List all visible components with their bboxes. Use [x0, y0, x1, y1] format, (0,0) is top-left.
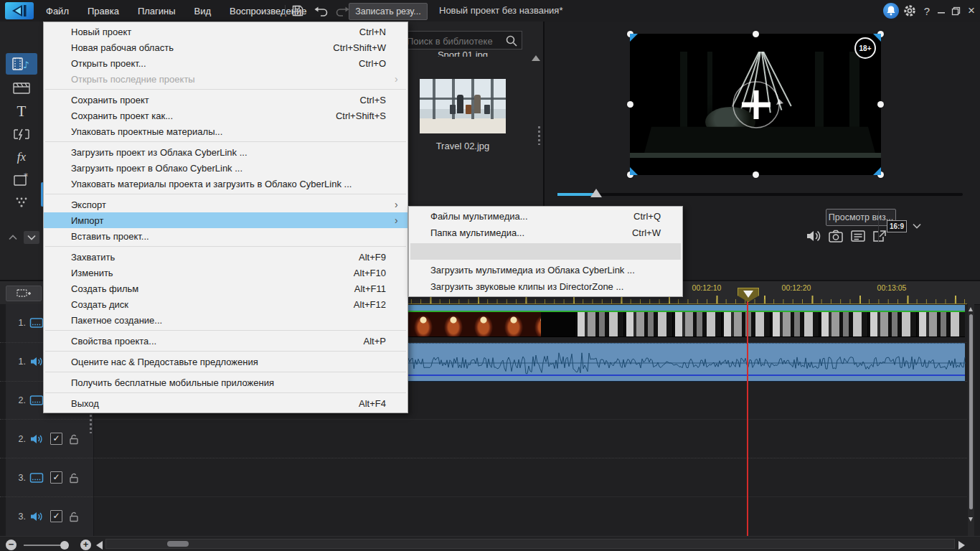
menubar-item[interactable]: Вид: [194, 6, 212, 17]
file-menu-item[interactable]: Загрузить проект из Облака CyberLink ...…: [44, 144, 407, 160]
audio-track-3-lane[interactable]: [94, 497, 967, 536]
file-menu-item[interactable]: Получить бесплатные мобильные приложения…: [44, 375, 407, 390]
file-menu-item[interactable]: Сохранить проект Ctrl+S ›: [44, 92, 407, 108]
panel-splitter-handle[interactable]: [538, 126, 540, 145]
track-enable-checkbox[interactable]: ✓: [50, 510, 62, 522]
import-submenu-item[interactable]: ›: [410, 243, 681, 260]
snapshot-camera-icon[interactable]: [827, 228, 844, 244]
undock-icon[interactable]: [871, 228, 888, 244]
file-menu-item[interactable]: Новая рабочая область Ctrl+Shift+W ›: [44, 39, 407, 55]
file-menu-item[interactable]: Открыть последние проекты ›: [44, 71, 407, 87]
produce-button[interactable]: Записать резу...: [349, 3, 428, 20]
media-room-tab[interactable]: ♪: [6, 53, 37, 75]
selection-handle[interactable]: [627, 101, 633, 108]
file-menu-item[interactable]: Экспорт ›: [44, 197, 407, 212]
file-menu-item[interactable]: Сохранить проект как... Ctrl+Shift+S ›: [44, 108, 407, 123]
file-menu-item[interactable]: ›: [45, 246, 406, 247]
file-menu-item[interactable]: Свойства проекта... Alt+P ›: [44, 333, 407, 349]
svg-text:*: *: [24, 173, 28, 182]
scroll-left-icon[interactable]: [96, 541, 103, 550]
import-submenu-item[interactable]: Файлы мультимедиа... Ctrl+Q ›: [409, 208, 682, 225]
file-menu-item[interactable]: Новый проект Ctrl+N ›: [44, 24, 407, 39]
rooms-scroll-down-icon[interactable]: [24, 231, 39, 244]
library-search-input[interactable]: [405, 33, 501, 49]
track-header-splitter-handle[interactable]: [90, 415, 92, 433]
file-menu-item[interactable]: Создать диск Alt+F12 ›: [44, 296, 407, 312]
timeline-horizontal-scrollbar[interactable]: [105, 539, 955, 549]
menubar-item[interactable]: Файл: [46, 6, 69, 17]
track-lock-icon[interactable]: [68, 511, 80, 522]
transition-room-tab[interactable]: [6, 123, 37, 145]
file-menu-item[interactable]: ›: [45, 330, 406, 331]
timeline-vertical-scrollbar[interactable]: [968, 304, 974, 536]
file-menu-item[interactable]: Изменить Alt+F10 ›: [44, 265, 407, 281]
close-icon[interactable]: ×: [963, 0, 980, 22]
video-track-3-lane[interactable]: [94, 458, 967, 497]
scroll-right-icon[interactable]: [958, 541, 965, 550]
file-menu-item[interactable]: Вставить проект... ›: [44, 228, 407, 244]
file-menu-item[interactable]: Пакетное создание... ›: [44, 312, 407, 328]
rooms-scroll-up-icon[interactable]: [5, 231, 21, 244]
track-enable-checkbox[interactable]: ✓: [50, 471, 62, 484]
file-menu-item[interactable]: ›: [45, 392, 406, 393]
preview-video-frame[interactable]: 18+: [630, 34, 881, 175]
menubar-item[interactable]: Правка: [88, 6, 119, 17]
file-menu-item[interactable]: Открыть проект... Ctrl+O ›: [44, 55, 407, 71]
rotate-handle-icon[interactable]: [725, 73, 788, 138]
zoom-out-button[interactable]: −: [6, 540, 17, 550]
file-menu-item[interactable]: ›: [45, 141, 406, 142]
volume-icon[interactable]: [805, 228, 822, 244]
preview-seek-bar[interactable]: [557, 193, 963, 196]
scroll-down-icon[interactable]: [969, 517, 973, 522]
file-menu-item[interactable]: ›: [45, 372, 406, 372]
file-menu-item[interactable]: Упаковать материалы проекта и загрузить …: [44, 176, 407, 192]
library-item-thumbnail[interactable]: [420, 79, 506, 133]
seek-handle[interactable]: [590, 189, 602, 197]
zoom-in-button[interactable]: +: [80, 540, 91, 550]
scrollbar-thumb[interactable]: [969, 314, 973, 509]
file-menu-item[interactable]: Выход Alt+F4 ›: [44, 395, 407, 411]
file-menu-item[interactable]: Захватить Alt+F9 ›: [44, 249, 407, 265]
import-submenu-item[interactable]: Загрузить звуковые клипы из DirectorZone…: [409, 278, 682, 295]
selection-handle[interactable]: [877, 101, 884, 108]
file-menu-item[interactable]: Оцените нас & Предоставьте предложения ›: [44, 354, 407, 369]
undo-icon[interactable]: [314, 4, 329, 18]
submenu-arrow-icon: ›: [395, 75, 402, 83]
pip-objects-room-tab[interactable]: *: [6, 169, 37, 191]
save-icon[interactable]: [291, 4, 306, 18]
file-menu-item[interactable]: Импорт ›: [44, 212, 407, 228]
effect-room-tab[interactable]: fx: [6, 146, 37, 168]
settings-gear-icon[interactable]: [903, 4, 918, 18]
plate-room-tab[interactable]: [6, 77, 37, 99]
menubar-item[interactable]: Плагины: [138, 6, 176, 17]
file-menu-item[interactable]: ›: [45, 89, 406, 90]
selection-handle[interactable]: [753, 31, 759, 37]
particle-room-tab[interactable]: [6, 192, 37, 214]
track-header-row: 2. ✓: [0, 420, 93, 458]
selection-handle[interactable]: [753, 171, 759, 178]
file-menu-item[interactable]: ›: [45, 194, 406, 194]
zoom-slider-handle[interactable]: [60, 541, 69, 550]
file-menu-item[interactable]: Создать фильм Alt+F11 ›: [44, 281, 407, 296]
file-menu-item[interactable]: ›: [45, 351, 406, 352]
library-scroll-up-icon[interactable]: [532, 55, 540, 61]
scrollbar-thumb[interactable]: [167, 541, 189, 547]
file-menu-item[interactable]: Загрузить проект в Облако CyberLink ... …: [44, 160, 407, 176]
track-lock-icon[interactable]: [68, 472, 80, 484]
import-submenu-item[interactable]: Загрузить мультимедиа из Облака CyberLin…: [409, 262, 682, 278]
aspect-ratio-chevron-icon[interactable]: [912, 222, 922, 232]
import-submenu-item[interactable]: Папка мультимедиа... Ctrl+W ›: [409, 225, 682, 241]
track-enable-checkbox[interactable]: ✓: [50, 433, 62, 445]
audio-track-2-lane[interactable]: [94, 420, 967, 458]
notification-bell-icon[interactable]: [883, 3, 899, 19]
restore-icon[interactable]: [947, 0, 964, 22]
aspect-ratio-badge[interactable]: 16:9: [887, 220, 907, 232]
search-icon[interactable]: [505, 34, 518, 47]
details-list-icon[interactable]: [849, 228, 867, 244]
track-lock-icon[interactable]: [68, 433, 80, 445]
preview-quality-button[interactable]: Просмотр виз...: [826, 209, 896, 226]
title-room-tab[interactable]: T: [6, 100, 37, 122]
file-menu-item[interactable]: Упаковать проектные материалы... ›: [44, 123, 407, 139]
scroll-up-icon[interactable]: [969, 307, 973, 311]
track-manager-button[interactable]: [6, 286, 42, 301]
